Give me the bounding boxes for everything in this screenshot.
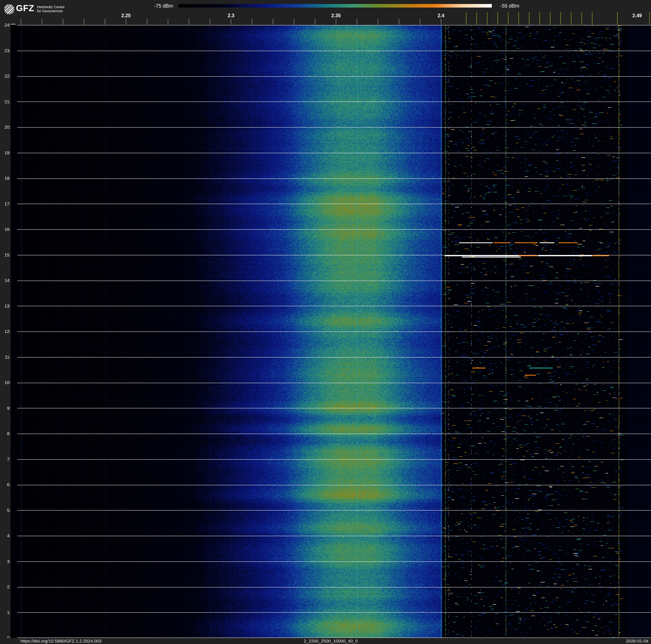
- wifi-channel-tick: [617, 12, 618, 25]
- plot-title: 2_2200_2500_10000_40_0: [304, 639, 358, 643]
- spectrogram-canvas: [10, 25, 651, 638]
- wifi-channel-tick: [592, 12, 592, 25]
- freq-tick: [252, 19, 252, 25]
- wifi-channel-tick: [529, 12, 529, 25]
- freq-tick: [168, 19, 168, 25]
- logo-subtitle-line2: for Geosciences: [37, 9, 64, 13]
- wifi-channel-tick: [508, 12, 508, 25]
- freq-axis-label: 2.3: [228, 13, 235, 19]
- wifi-channel-tick: [497, 12, 498, 25]
- spectrogram-page: GFZ Helmholtz Centre for Geosciences -75…: [0, 0, 651, 644]
- freq-tick: [273, 19, 273, 25]
- gfz-logo-icon: [4, 4, 15, 15]
- wifi-channel-tick: [476, 12, 477, 25]
- logo-subtitle: Helmholtz Centre for Geosciences: [37, 5, 64, 13]
- logo-brand-text: GFZ: [16, 3, 34, 13]
- freq-tick: [357, 19, 357, 25]
- freq-tick: [399, 19, 399, 25]
- wifi-channel-tick: [539, 12, 540, 25]
- wifi-channel-tick: [466, 12, 466, 25]
- freq-tick: [210, 19, 210, 25]
- freq-tick: [231, 19, 231, 25]
- wifi-channel-tick: [550, 12, 550, 25]
- wifi-channel-tick: [519, 12, 519, 25]
- freq-axis-label: 2.35: [331, 13, 341, 19]
- freq-tick: [294, 19, 294, 25]
- colorbar: [178, 4, 492, 7]
- colorbar-max-label: -55 dBm: [500, 3, 519, 9]
- wifi-channel-tick: [487, 12, 488, 25]
- wifi-channel-tick: [560, 12, 561, 25]
- logo-subtitle-line1: Helmholtz Centre: [37, 5, 64, 9]
- wifi-channel-tick: [582, 12, 582, 25]
- freq-axis-label: 2.4: [438, 13, 444, 19]
- freq-tick: [21, 19, 21, 25]
- freq-tick: [441, 19, 441, 25]
- freq-tick: [378, 19, 378, 25]
- freq-axis-label: 2.49: [632, 13, 642, 19]
- freq-axis-label: 2.25: [121, 13, 131, 19]
- date-label: 2026-01-04: [626, 639, 649, 643]
- freq-tick: [336, 19, 336, 25]
- freq-tick: [105, 19, 105, 25]
- freq-tick: [126, 19, 126, 25]
- freq-tick: [315, 19, 315, 25]
- freq-tick: [84, 19, 84, 25]
- doi-link[interactable]: https://doi.org/10.5880/GFZ.1.2.2024.003: [21, 639, 101, 643]
- freq-tick: [42, 19, 42, 25]
- freq-tick: [63, 19, 63, 25]
- wifi-channel-tick: [571, 12, 571, 25]
- freq-tick: [420, 19, 420, 25]
- freq-tick: [189, 19, 189, 25]
- wifi-channel-tick: [649, 12, 650, 25]
- colorbar-min-label: -75 dBm: [146, 3, 173, 9]
- freq-tick: [147, 19, 147, 25]
